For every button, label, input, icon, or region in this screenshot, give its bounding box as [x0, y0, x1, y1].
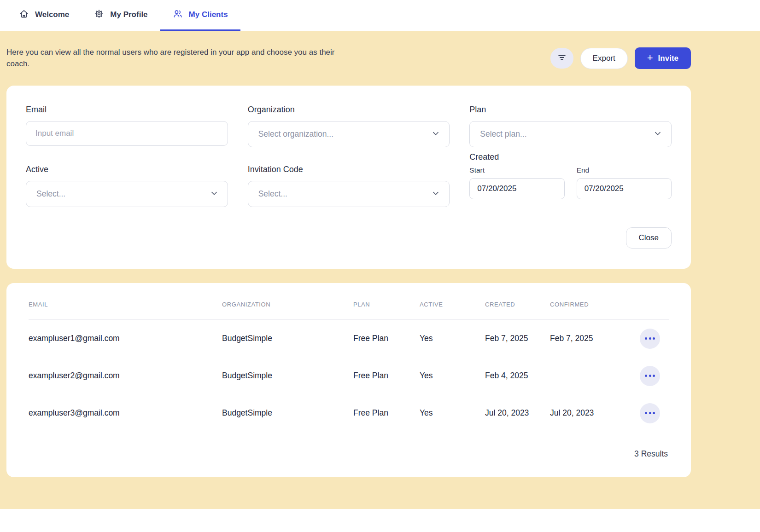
- email-filter-field: Email: [26, 105, 228, 147]
- created-start-field: Start: [469, 166, 564, 199]
- organization-label: Organization: [248, 105, 450, 115]
- cell-created: Feb 7, 2025: [485, 334, 550, 343]
- tab-my-clients[interactable]: My Clients: [160, 0, 240, 31]
- column-header-plan: PLAN: [353, 301, 420, 308]
- active-select-value: Select...: [36, 189, 65, 199]
- my-clients-page: Here you can view all the normal users w…: [0, 31, 760, 509]
- invitation-code-select-value: Select...: [258, 189, 287, 199]
- cell-email: exampluser3@gmail.com: [29, 408, 222, 418]
- export-button[interactable]: Export: [580, 48, 628, 69]
- chevron-down-icon: [653, 128, 663, 140]
- start-label: Start: [469, 166, 564, 174]
- cell-active: Yes: [420, 371, 485, 381]
- cell-plan: Free Plan: [353, 408, 420, 418]
- cell-email: exampluser2@gmail.com: [29, 371, 222, 381]
- table-row: exampluser2@gmail.com BudgetSimple Free …: [29, 357, 669, 394]
- created-end-field: End: [577, 166, 672, 199]
- cell-organization: BudgetSimple: [222, 334, 353, 343]
- filter-button[interactable]: [550, 48, 573, 69]
- cell-email: exampluser1@gmail.com: [29, 334, 222, 343]
- table-header-row: EMAIL ORGANIZATION PLAN ACTIVE CREATED C…: [29, 283, 669, 320]
- tab-label: My Clients: [189, 10, 228, 19]
- filter-icon: [557, 52, 567, 64]
- tab-my-profile[interactable]: My Profile: [82, 0, 160, 31]
- column-header-email: EMAIL: [29, 301, 222, 308]
- tab-label: My Profile: [110, 10, 147, 19]
- plan-label: Plan: [469, 105, 672, 115]
- cell-created: Feb 4, 2025: [485, 371, 550, 381]
- chevron-down-icon: [209, 188, 219, 200]
- plan-select[interactable]: Select plan...: [469, 121, 672, 147]
- tab-label: Welcome: [35, 10, 69, 19]
- column-header-created: CREATED: [485, 301, 550, 308]
- cell-plan: Free Plan: [353, 371, 420, 381]
- cell-confirmed: Feb 7, 2025: [550, 334, 640, 343]
- cell-created: Jul 20, 2023: [485, 408, 550, 418]
- bottom-strip: [0, 509, 760, 532]
- home-icon: [19, 9, 29, 21]
- table-row: exampluser3@gmail.com BudgetSimple Free …: [29, 394, 669, 432]
- tab-welcome[interactable]: Welcome: [6, 0, 82, 31]
- row-actions-button[interactable]: [640, 329, 660, 349]
- invite-button[interactable]: + Invite: [635, 47, 691, 69]
- row-actions-button[interactable]: [640, 403, 660, 423]
- cell-plan: Free Plan: [353, 334, 420, 343]
- cell-active: Yes: [420, 408, 485, 418]
- users-icon: [173, 9, 183, 21]
- cell-organization: BudgetSimple: [222, 408, 353, 418]
- cell-active: Yes: [420, 334, 485, 343]
- invitation-code-label: Invitation Code: [248, 165, 450, 174]
- row-actions-button[interactable]: [640, 366, 660, 386]
- active-select[interactable]: Select...: [26, 181, 228, 207]
- top-nav: Welcome My Profile My Clients: [0, 0, 760, 31]
- end-date-input[interactable]: [577, 178, 672, 199]
- close-button[interactable]: Close: [626, 227, 672, 249]
- plan-filter-field: Plan Select plan...: [469, 105, 672, 147]
- organization-filter-field: Organization Select organization...: [248, 105, 450, 147]
- plus-icon: +: [647, 53, 653, 63]
- end-label: End: [577, 166, 672, 174]
- created-filter-group: Created Start End: [469, 152, 672, 207]
- chevron-down-icon: [431, 188, 441, 200]
- column-header-confirmed: CONFIRMED: [550, 301, 640, 308]
- page-description: Here you can view all the normal users w…: [6, 47, 347, 69]
- invitation-code-select[interactable]: Select...: [248, 181, 450, 207]
- created-label: Created: [469, 152, 672, 162]
- gear-icon: [94, 9, 104, 21]
- results-count: 3 Results: [634, 449, 668, 459]
- organization-select-value: Select organization...: [258, 129, 333, 139]
- email-label: Email: [26, 105, 228, 115]
- plan-select-value: Select plan...: [480, 129, 526, 139]
- start-date-input[interactable]: [469, 178, 564, 199]
- email-input[interactable]: [26, 121, 228, 146]
- invite-button-label: Invite: [658, 54, 678, 63]
- organization-select[interactable]: Select organization...: [248, 121, 450, 147]
- cell-confirmed: Jul 20, 2023: [550, 408, 640, 418]
- column-header-active: ACTIVE: [420, 301, 485, 308]
- chevron-down-icon: [431, 128, 441, 140]
- clients-table: EMAIL ORGANIZATION PLAN ACTIVE CREATED C…: [6, 283, 691, 477]
- filters-panel: Email Organization Select organization..…: [6, 86, 691, 269]
- invitation-code-filter-field: Invitation Code Select...: [248, 165, 450, 207]
- active-filter-field: Active Select...: [26, 165, 228, 207]
- active-label: Active: [26, 165, 228, 174]
- column-header-organization: ORGANIZATION: [222, 301, 353, 308]
- table-row: exampluser1@gmail.com BudgetSimple Free …: [29, 320, 669, 357]
- cell-organization: BudgetSimple: [222, 371, 353, 381]
